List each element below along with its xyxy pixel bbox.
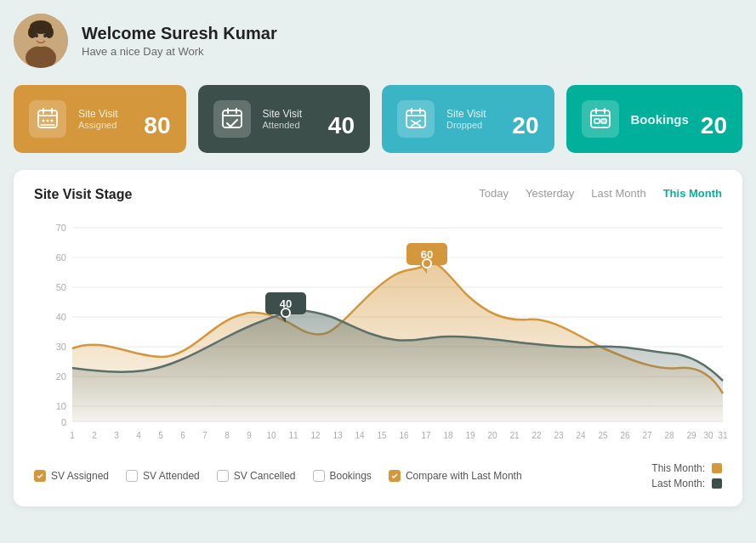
svg-text:30: 30: [703, 431, 713, 440]
svg-point-51: [281, 308, 290, 317]
month-legend-last: Last Month:: [651, 478, 722, 489]
chart-title: Site Visit Stage: [34, 187, 132, 202]
chart-legend: SV Assigned SV Attended SV Cancelled Boo…: [34, 462, 722, 489]
svg-rect-26: [591, 110, 610, 127]
legend-checkbox-bookings[interactable]: [313, 470, 325, 482]
stat-label-dropped: Site Visit: [446, 108, 500, 120]
svg-text:22: 22: [531, 431, 542, 440]
svg-text:18: 18: [443, 431, 453, 440]
stat-label-assigned: Site Visit: [78, 108, 132, 120]
svg-text:12: 12: [310, 431, 321, 440]
svg-text:27: 27: [642, 431, 652, 440]
legend-checkbox-sv-attended[interactable]: [126, 470, 138, 482]
svg-text:10: 10: [266, 431, 276, 440]
stat-icon-attended: [213, 100, 251, 138]
legend-sv-assigned[interactable]: SV Assigned: [34, 470, 109, 482]
stat-sublabel-assigned: Assigned: [78, 120, 132, 130]
svg-text:4: 4: [136, 431, 141, 440]
stat-label-bookings: Bookings: [631, 112, 689, 127]
svg-text:23: 23: [554, 431, 564, 440]
svg-text:24: 24: [576, 431, 586, 440]
welcome-name: Welcome Suresh Kumar: [82, 24, 277, 43]
svg-text:6: 6: [180, 431, 185, 440]
svg-text:15: 15: [377, 431, 387, 440]
svg-text:16: 16: [399, 431, 409, 440]
svg-text:5: 5: [158, 431, 163, 440]
stats-row: Site Visit Assigned 80 Site Visit Attend…: [14, 85, 742, 153]
month-legend-this-dot: [712, 463, 722, 473]
svg-text:1: 1: [70, 431, 75, 440]
tab-today[interactable]: Today: [479, 187, 509, 200]
chart-svg: 0 10 20 30 40 50 60 70: [34, 211, 731, 449]
stat-info-bookings: Bookings: [631, 112, 689, 127]
legend-label-compare: Compare with Last Month: [406, 470, 522, 482]
legend-label-sv-assigned: SV Assigned: [51, 470, 109, 482]
svg-text:3: 3: [114, 431, 119, 440]
svg-text:70: 70: [56, 223, 66, 233]
month-legend-last-label: Last Month:: [651, 478, 705, 489]
avatar: [14, 14, 68, 68]
svg-rect-31: [601, 119, 606, 123]
stat-value-dropped: 20: [512, 112, 538, 139]
svg-text:2: 2: [92, 431, 97, 440]
chart-container: 0 10 20 30 40 50 60 70: [34, 211, 722, 452]
stat-card-bookings[interactable]: Bookings 20: [566, 85, 743, 153]
stat-label-attended: Site Visit: [263, 108, 316, 120]
svg-text:25: 25: [598, 431, 608, 440]
month-legend-this: This Month:: [651, 462, 722, 474]
svg-text:10: 10: [56, 401, 66, 411]
stat-icon-bookings: [582, 100, 619, 138]
stat-card-assigned[interactable]: Site Visit Assigned 80: [14, 85, 186, 153]
tab-yesterday[interactable]: Yesterday: [526, 187, 574, 200]
legend-checkbox-sv-cancelled[interactable]: [217, 470, 229, 482]
welcome-subtitle: Have a nice Day at Work: [82, 45, 277, 58]
legend-compare[interactable]: Compare with Last Month: [389, 470, 522, 482]
svg-text:19: 19: [465, 431, 475, 440]
svg-text:60: 60: [56, 252, 66, 263]
stat-sublabel-dropped: Dropped: [446, 120, 500, 130]
month-legend: This Month: Last Month:: [651, 462, 722, 489]
svg-text:30: 30: [56, 342, 66, 352]
svg-text:0: 0: [61, 417, 66, 427]
svg-text:50: 50: [56, 282, 66, 292]
legend-label-bookings: Bookings: [330, 470, 372, 482]
stat-icon-assigned: [29, 100, 66, 138]
svg-text:21: 21: [509, 431, 520, 440]
svg-point-6: [35, 34, 38, 37]
chart-tabs: Today Yesterday Last Month This Month: [479, 187, 722, 200]
svg-text:20: 20: [487, 431, 497, 440]
welcome-text: Welcome Suresh Kumar Have a nice Day at …: [82, 24, 277, 58]
svg-point-7: [43, 34, 47, 37]
month-legend-this-label: This Month:: [651, 462, 705, 474]
stat-info-dropped: Site Visit Dropped: [446, 108, 500, 130]
tab-last-month[interactable]: Last Month: [591, 187, 645, 200]
svg-text:40: 40: [56, 312, 66, 322]
svg-text:29: 29: [686, 431, 696, 440]
stat-card-attended[interactable]: Site Visit Attended 40: [198, 85, 371, 153]
chart-panel: Site Visit Stage Today Yesterday Last Mo…: [14, 170, 742, 506]
svg-text:9: 9: [247, 431, 252, 440]
legend-checkbox-sv-assigned[interactable]: [34, 470, 46, 482]
stat-sublabel-attended: Attended: [263, 120, 316, 130]
svg-text:31: 31: [718, 431, 728, 440]
legend-sv-attended[interactable]: SV Attended: [126, 470, 200, 482]
header-section: Welcome Suresh Kumar Have a nice Day at …: [14, 14, 742, 68]
legend-checkbox-compare[interactable]: [389, 470, 401, 482]
chart-header: Site Visit Stage Today Yesterday Last Mo…: [34, 187, 722, 202]
svg-point-14: [51, 120, 54, 122]
stat-icon-dropped: [397, 100, 435, 138]
legend-label-sv-attended: SV Attended: [143, 470, 200, 482]
stat-card-dropped[interactable]: Site Visit Dropped 20: [382, 85, 554, 153]
svg-text:26: 26: [620, 431, 630, 440]
stat-value-assigned: 80: [144, 112, 170, 139]
svg-point-12: [43, 120, 45, 122]
tab-this-month[interactable]: This Month: [663, 187, 722, 200]
stat-info-assigned: Site Visit Assigned: [78, 108, 132, 130]
legend-bookings[interactable]: Bookings: [313, 470, 372, 482]
stat-value-bookings: 20: [701, 112, 727, 139]
stat-info-attended: Site Visit Attended: [263, 108, 316, 130]
legend-sv-cancelled[interactable]: SV Cancelled: [217, 470, 296, 482]
svg-text:11: 11: [288, 431, 298, 440]
legend-label-sv-cancelled: SV Cancelled: [234, 470, 296, 482]
svg-rect-30: [594, 119, 600, 123]
